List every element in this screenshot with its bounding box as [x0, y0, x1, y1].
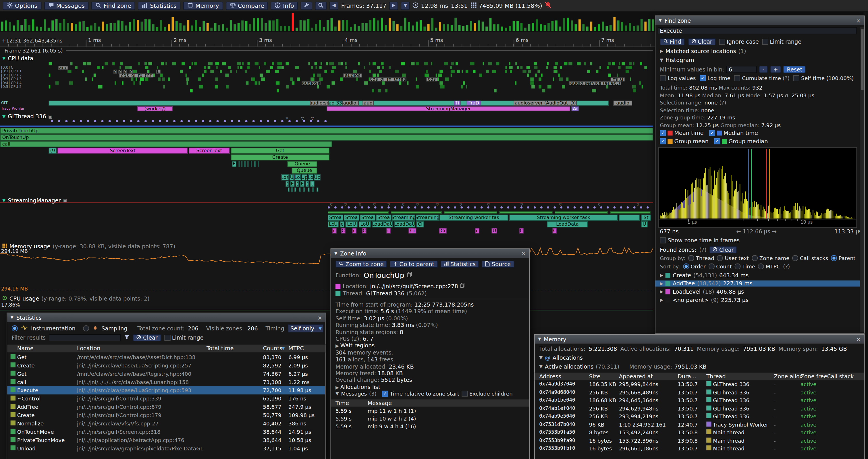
log-time-checkbox[interactable]: ✓Log time	[700, 75, 731, 81]
timeline-zone[interactable]	[299, 188, 301, 192]
stats-table-row[interactable]: Executejni/../jni/src/claw/base/LuaScrip…	[7, 386, 325, 394]
cpu-zone-tick[interactable]	[644, 66, 647, 69]
collapsed-zone-marker[interactable]: ▽	[416, 203, 419, 206]
reset-button[interactable]: Reset	[783, 66, 806, 73]
collapsed-zone-marker[interactable]: ▽	[373, 203, 376, 206]
zone-marker-dot[interactable]	[303, 120, 305, 122]
found-zone-group[interactable]: ▶Create(54,131)643.34 ms	[660, 272, 862, 278]
timeline-zone[interactable]: audio.service (effect)	[569, 81, 621, 85]
timeline-zone[interactable]: St	[641, 215, 651, 221]
source-button[interactable]: Source	[482, 261, 514, 268]
cpu-zone-tick[interactable]	[317, 73, 321, 77]
cpu-zone-tick[interactable]	[246, 81, 249, 85]
timeline-zone[interactable]	[308, 188, 310, 192]
cpu-zone-tick[interactable]	[479, 73, 482, 77]
copy-icon[interactable]	[407, 271, 412, 279]
zone-marker-dot[interactable]	[58, 120, 60, 122]
allocation-row[interactable]: 0x74a9d37040186.35 KB295,999,844ns13:50.…	[535, 380, 864, 388]
collapsed-zone-marker[interactable]: ▽	[598, 203, 600, 206]
limit-range-checkbox[interactable]: Limit range	[164, 335, 204, 341]
cpu-zone-tick[interactable]	[172, 62, 176, 65]
timeline-zone[interactable]: cds_ol_rx_thr	[119, 73, 153, 77]
zone-marker-dot[interactable]	[324, 120, 327, 122]
cpu-zone-tick[interactable]	[210, 70, 214, 73]
cpu-zone-tick[interactable]	[356, 77, 358, 81]
cpu-zone-tick[interactable]	[275, 70, 279, 73]
cpu-zone-tick[interactable]	[308, 62, 310, 65]
cpu-zone-tick[interactable]	[236, 70, 237, 73]
cpu-usage-header[interactable]: CPU usage (y-range: 0.78%, visible data …	[2, 295, 150, 301]
cpu-zone-tick[interactable]	[131, 77, 133, 81]
cpu-zone-tick[interactable]	[316, 66, 317, 69]
cpu-zone-tick[interactable]	[266, 70, 270, 73]
timeline-zone[interactable]	[391, 211, 442, 214]
zone-marker-dot[interactable]	[217, 120, 219, 122]
clear-found-button[interactable]: Clear	[709, 246, 737, 254]
cpu-zone-tick[interactable]	[122, 81, 124, 85]
timeline-zone[interactable]	[328, 211, 389, 214]
cpu-zone-tick[interactable]	[190, 89, 193, 92]
timeline-zone[interactable]: cds	[426, 77, 437, 81]
show-zone-time-checkbox[interactable]: Show zone time in frames	[660, 237, 740, 243]
collapsed-zone-marker[interactable]: ▽	[330, 203, 333, 206]
stats-table-row[interactable]: ~Controljni/../jni/src/guif/Control.cpp:…	[7, 394, 325, 403]
cpu-zone-tick[interactable]	[228, 66, 231, 69]
zone-marker-dot[interactable]	[554, 206, 556, 209]
cpu-zone-tick[interactable]	[424, 62, 428, 65]
cpu-zone-tick[interactable]	[515, 62, 517, 65]
timeline-zone[interactable]: c	[118, 70, 122, 73]
zone-marker-dot[interactable]	[374, 206, 377, 209]
cpu-zone-tick[interactable]	[521, 66, 523, 69]
cpu-zone-tick[interactable]	[245, 70, 247, 73]
zone-marker-dot[interactable]	[407, 206, 410, 209]
cpu-zone-tick[interactable]	[451, 70, 455, 73]
limit-range-checkbox[interactable]: Limit range	[762, 39, 801, 45]
cpu-zone-tick[interactable]	[331, 70, 335, 73]
timing-dropdown[interactable]: Self only▼	[287, 324, 323, 332]
zone-marker-dot[interactable]	[238, 120, 240, 122]
zone-marker-dot[interactable]	[368, 206, 370, 209]
cpu-zone-tick[interactable]	[225, 73, 229, 77]
timeline-zone[interactable]	[291, 188, 293, 192]
zone-info-titlebar[interactable]: ▼ Zone info ×	[331, 249, 529, 258]
cpu-zone-tick[interactable]	[541, 73, 542, 77]
stats-table-row[interactable]: OnTouchMovejni/../jni/src/guif/Screen.cp…	[7, 428, 325, 436]
cpu-zone-tick[interactable]	[255, 62, 258, 65]
zone-marker-dot[interactable]	[461, 206, 463, 209]
allocation-row[interactable]: 0x74ab1ef040256 KB294,629,948ns13:50.7GL…	[535, 404, 864, 412]
close-icon[interactable]: ×	[521, 250, 526, 256]
timeline-zone[interactable]: (	[296, 181, 299, 187]
funnel-icon[interactable]	[124, 334, 130, 341]
cpu-zone-tick[interactable]	[619, 62, 620, 65]
timeline-zone[interactable]: Streaming worker tas	[439, 215, 508, 221]
cpu-zone-tick[interactable]	[373, 62, 376, 65]
cpu-zone-tick[interactable]	[133, 81, 135, 85]
timeline-zone[interactable]: C	[362, 228, 366, 233]
zone-marker-dot[interactable]	[593, 206, 596, 209]
message-row[interactable]: 5.59 smip 9 w 4 h 4 (16)	[331, 422, 529, 430]
zone-marker-dot[interactable]	[334, 206, 337, 209]
collapsed-zone-marker[interactable]: ▽	[344, 203, 347, 206]
cpu-zone-tick[interactable]	[437, 77, 439, 81]
cpu-zone-tick[interactable]	[98, 85, 102, 89]
cpu-zone-tick[interactable]	[617, 73, 618, 77]
cpu-zone-tick[interactable]	[297, 77, 300, 81]
collapsed-zone-marker[interactable]: ▽	[388, 203, 390, 206]
cpu-zone-tick[interactable]	[399, 81, 402, 85]
cpu-zone-tick[interactable]	[102, 66, 104, 69]
cpu-zone-tick[interactable]	[369, 70, 371, 73]
cpu-zone-tick[interactable]	[255, 81, 258, 85]
cpu-zone-tick[interactable]	[120, 66, 121, 69]
cpu-zone-tick[interactable]	[187, 81, 188, 85]
cpu-zone-tick[interactable]	[450, 66, 453, 69]
cpu-zone-tick[interactable]	[596, 70, 598, 73]
cpu-zone-tick[interactable]	[215, 62, 219, 65]
zone-marker-dot[interactable]	[341, 206, 343, 209]
found-zone-group[interactable]: ▶LoadLevel(18)406.88 µs	[660, 289, 862, 295]
cpu-zone-tick[interactable]	[87, 62, 91, 65]
cpu-zone-tick[interactable]	[264, 62, 266, 65]
options-button[interactable]: Options	[3, 1, 41, 10]
cpu-zone-tick[interactable]	[295, 66, 299, 69]
cpu-zone-tick[interactable]	[313, 73, 315, 77]
cpu-zone-tick[interactable]	[327, 85, 330, 89]
